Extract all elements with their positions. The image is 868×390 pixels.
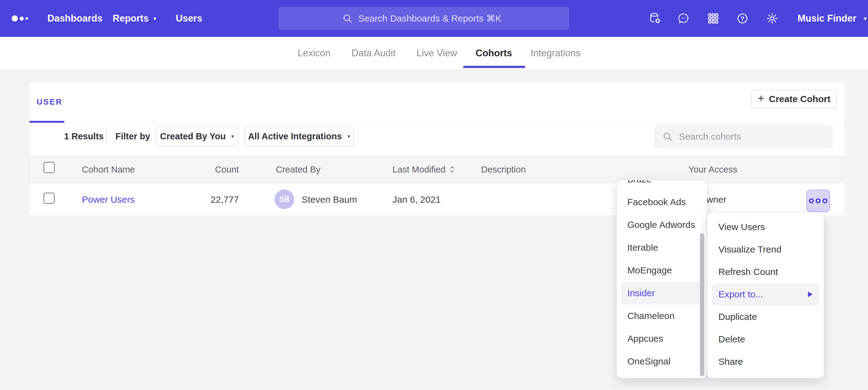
global-search-input[interactable] (358, 13, 505, 24)
select-all-checkbox[interactable] (43, 162, 55, 173)
row-checkbox[interactable] (43, 193, 55, 204)
menu-item-share[interactable]: Share (707, 350, 824, 373)
tab-integrations[interactable]: Integrations (531, 37, 581, 69)
menu-item-delete[interactable]: Delete (707, 328, 824, 350)
search-icon (342, 13, 353, 24)
cohort-name-link[interactable]: Power Users (82, 183, 135, 216)
table-header-row: Cohort Name Count Created By Last Modifi… (30, 156, 845, 183)
settings-icon[interactable] (766, 12, 778, 25)
menu-item-chameleon[interactable]: Chameleon (617, 304, 707, 327)
cohort-search-bar[interactable] (654, 125, 833, 149)
tab-live-view[interactable]: Live View (416, 37, 457, 69)
menu-item-export-to[interactable]: Export to... (712, 283, 819, 305)
column-header-cohort-name: Cohort Name (82, 156, 135, 183)
last-modified-value: Jan 6, 2021 (393, 183, 441, 216)
more-options-button[interactable] (806, 190, 830, 212)
top-navbar: Dashboards Reports▾ Users (0, 0, 868, 37)
menu-item-braze[interactable]: Braze (617, 180, 707, 191)
menu-item-duplicate[interactable]: Duplicate (707, 305, 824, 328)
menu-item-moengage[interactable]: MoEngage (617, 259, 707, 282)
export-target-list: Braze Facebook Ads Google Adwords Iterab… (617, 180, 707, 373)
integrations-filter-dropdown[interactable]: All Active Integrations ▾ (244, 126, 354, 146)
column-header-last-modified[interactable]: Last Modified (393, 156, 455, 183)
chevron-down-icon: ▾ (864, 15, 867, 22)
menu-item-insider[interactable]: Insider (621, 282, 703, 304)
created-by-value: Steven Baum (302, 183, 357, 216)
divider (30, 123, 845, 123)
svg-text:?: ? (741, 15, 744, 22)
menu-item-facebook-ads[interactable]: Facebook Ads (617, 191, 707, 214)
mixpanel-dots-logo-icon[interactable] (12, 0, 28, 37)
divider (106, 128, 107, 143)
help-icon[interactable]: ? (736, 12, 749, 25)
section-tabs: Lexicon Data Audit Live View Cohorts Int… (0, 37, 868, 69)
cohorts-card: USER + Create Cohort 1 Results Filter by… (29, 82, 845, 216)
table-row: Power Users 22,777 SB Steven Baum Jan 6,… (30, 183, 845, 216)
filter-by-label: Filter by (116, 131, 150, 141)
results-count: 1 Results (64, 131, 104, 141)
menu-item-onesignal[interactable]: OneSignal (617, 350, 707, 373)
column-header-count: Count (177, 156, 239, 183)
submenu-right-arrow-icon (808, 292, 813, 297)
scrollbar-thumb[interactable] (700, 233, 704, 376)
row-context-menu: View Users Visualize Trend Refresh Count… (707, 212, 824, 378)
avatar: SB (275, 190, 294, 209)
active-tab-underline (463, 66, 525, 68)
feedback-icon[interactable] (678, 12, 690, 25)
plus-icon: + (758, 92, 764, 105)
tab-cohorts[interactable]: Cohorts (475, 37, 512, 69)
cohorts-screen: Dashboards Reports▾ Users (0, 0, 868, 390)
tab-lexicon[interactable]: Lexicon (298, 37, 331, 69)
chevron-down-icon: ▾ (153, 15, 156, 22)
menu-item-google-adwords[interactable]: Google Adwords (617, 214, 707, 236)
menu-item-iterable[interactable]: Iterable (617, 236, 707, 259)
tab-data-audit[interactable]: Data Audit (351, 37, 396, 69)
column-header-created-by: Created By (276, 156, 320, 183)
chevron-down-icon: ▾ (231, 133, 234, 140)
apps-grid-icon[interactable] (707, 12, 719, 25)
more-options-icon (809, 198, 814, 203)
menu-item-view-users[interactable]: View Users (707, 216, 824, 238)
chevron-down-icon: ▾ (347, 133, 350, 140)
menu-item-refresh-count[interactable]: Refresh Count (707, 261, 824, 283)
nav-item-reports[interactable]: Reports▾ (113, 0, 156, 37)
sort-icon (449, 165, 455, 174)
search-icon (662, 131, 673, 142)
column-header-your-access: Your Access (674, 156, 751, 183)
export-to-submenu: Braze Facebook Ads Google Adwords Iterab… (617, 180, 707, 378)
global-search-bar[interactable] (279, 7, 569, 30)
cohort-search-input[interactable] (679, 131, 833, 142)
project-selector[interactable]: Music Finder ▾ (798, 0, 867, 37)
nav-item-users[interactable]: Users (176, 0, 202, 37)
created-by-filter-dropdown[interactable]: Created By You ▾ (156, 126, 238, 146)
nav-item-dashboards[interactable]: Dashboards (48, 0, 102, 37)
data-management-icon[interactable] (649, 12, 661, 25)
column-header-description: Description (481, 156, 526, 183)
create-cohort-button[interactable]: + Create Cohort (751, 90, 837, 108)
cohort-count: 22,777 (177, 183, 239, 216)
menu-item-visualize-trend[interactable]: Visualize Trend (707, 238, 824, 261)
project-name: Music Finder (798, 13, 856, 24)
tab-user-cohorts[interactable]: USER (37, 97, 62, 107)
menu-item-appcues[interactable]: Appcues (617, 327, 707, 350)
